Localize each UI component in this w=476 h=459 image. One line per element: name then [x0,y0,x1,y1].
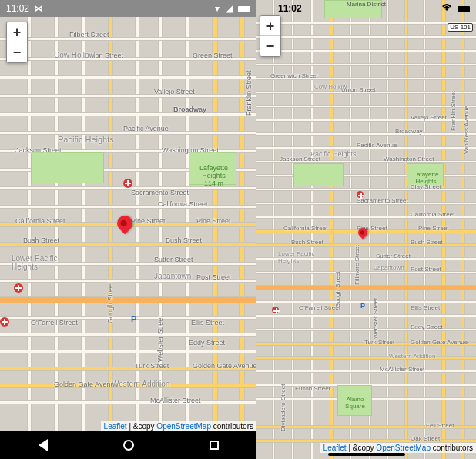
zoom-out-button[interactable]: − [7,42,27,62]
status-time: 11:02 [278,3,302,14]
neighborhood-label: Lower Pacific Heights [12,254,65,271]
zoom-control: + − [6,22,28,63]
street-label: Post Street [411,266,441,273]
highway-badge: US 101 [448,23,473,32]
street-label: Webster Street [372,298,379,339]
street-label: Golden Gate Avenue [411,339,468,346]
ios-home-indicator[interactable] [328,453,405,456]
street-label: Washington Street [162,146,219,154]
street-label: Divisadero Street [280,384,287,431]
zoom-in-button[interactable]: + [260,16,280,36]
parking-icon: P [131,314,136,323]
hospital-icon [357,191,364,198]
neighborhood-label: Japantown [154,272,191,280]
street-label: Franklin Street [450,91,457,131]
street-label: Fell Street [426,422,454,429]
battery-icon [238,6,250,12]
wifi-icon: ▾ [215,3,220,14]
map-canvas[interactable]: Lafayette Heights Alamo Square US 101 Gr… [256,0,476,459]
park-label: Lafayette Heights114 m [193,164,235,187]
map-pane-android: Lafayette Heights114 m Filbert Street Un… [0,0,256,459]
street-label: Clay Street [411,183,441,190]
hospital-icon [14,283,23,293]
street-label: O'Farrell Street [31,319,78,327]
map-pane-ios: Lafayette Heights Alamo Square US 101 Gr… [256,0,476,459]
street-label: California Street [15,217,65,225]
battery-icon [458,6,470,12]
wifi-icon [441,3,452,14]
nav-home-button[interactable] [122,439,135,451]
street-label: Pacific Avenue [357,142,397,149]
street-label: Bush Street [166,236,202,244]
street-label: McAllister Street [150,397,201,404]
leaflet-link[interactable]: Leaflet [323,444,347,452]
map-canvas[interactable]: Lafayette Heights114 m Filbert Street Un… [0,0,256,459]
neighborhood-label: Pacific Heights [310,150,357,158]
map-attribution: Leaflet | &copy OpenStreetMap contributo… [320,443,476,453]
street-label: Post Street [196,273,231,281]
street-label: Fillmore Street [354,245,360,285]
street-label: Webster Street [156,316,164,362]
nav-back-button[interactable] [37,439,49,451]
neighborhood-label: Pacific Heights [58,135,114,144]
map-marker[interactable] [358,228,367,237]
street-label: Turk Street [364,339,394,346]
street-label: Pine Street [196,217,231,225]
zoom-control: + − [260,15,281,57]
street-label: Sutter Street [154,256,193,263]
hospital-icon [0,317,9,327]
street-label: Pine Street [418,225,449,232]
street-label: Eddy Street [411,323,443,330]
map-attribution: Leaflet | &copy OpenStreetMap contributo… [101,421,256,431]
street-label: Bush Street [23,236,59,244]
street-label: Ellis Street [191,319,224,327]
app-icon: ⋈ [34,3,43,14]
hospital-icon [272,307,279,313]
neighborhood-label: Cow Hollow [54,51,95,59]
park-label: Alamo Square [338,396,372,410]
street-label: Vallejo Street [411,114,447,121]
nav-recent-button[interactable] [208,439,220,451]
osm-link[interactable]: OpenStreetMap [156,422,211,431]
street-label: Gough Street [334,271,341,308]
street-label: Bush Street [291,239,323,246]
map-marker[interactable] [117,216,132,231]
street-label: Vallejo Street [154,88,195,95]
street-label: Van Ness Avenue [463,106,470,154]
neighborhood-label: Cow Hollow [314,83,347,90]
street-label: Eddy Street [189,339,225,347]
parking-icon: P [360,302,365,310]
zoom-in-button[interactable]: + [7,22,27,42]
street-label: McAllister Street [380,366,424,373]
street-label: Pacific Avenue [123,125,169,132]
status-bar: 11:02 [256,0,476,17]
street-label: Broadway [173,106,206,113]
street-label: Sutter Street [376,253,411,260]
street-label: Turk Street [135,362,169,370]
status-bar: 11:02 ⋈ ▾ ◢ [0,0,256,17]
street-label: Ellis Street [411,304,440,311]
street-label: Greenwich Street [270,72,318,79]
street-label: Gough Street [106,282,114,323]
street-label: Sacramento Street [131,189,189,196]
leaflet-link[interactable]: Leaflet [104,422,127,431]
street-label: Oak Street [411,435,440,442]
android-navbar [0,431,256,459]
street-label: California Street [158,200,208,208]
street-label: Fulton Street [295,385,330,392]
street-label: California Street [283,225,327,232]
street-label: Filbert Street [69,31,109,39]
street-label: Franklin Street [245,70,253,116]
signal-icon: ◢ [226,3,233,14]
street-label: California Street [411,211,454,218]
hospital-icon [123,179,132,188]
neighborhood-label: Lower Pacific Heights [278,250,320,264]
status-time: 11:02 [6,3,29,14]
street-label: Broadway [395,128,423,135]
street-label: Golden Gate Avenue [54,380,118,388]
neighborhood-label: Japantown [374,264,404,271]
zoom-out-button[interactable]: − [260,36,280,56]
street-label: Jackson Street [15,146,62,154]
neighborhood-label: Western Addition [389,353,435,360]
osm-link[interactable]: OpenStreetMap [376,444,431,452]
